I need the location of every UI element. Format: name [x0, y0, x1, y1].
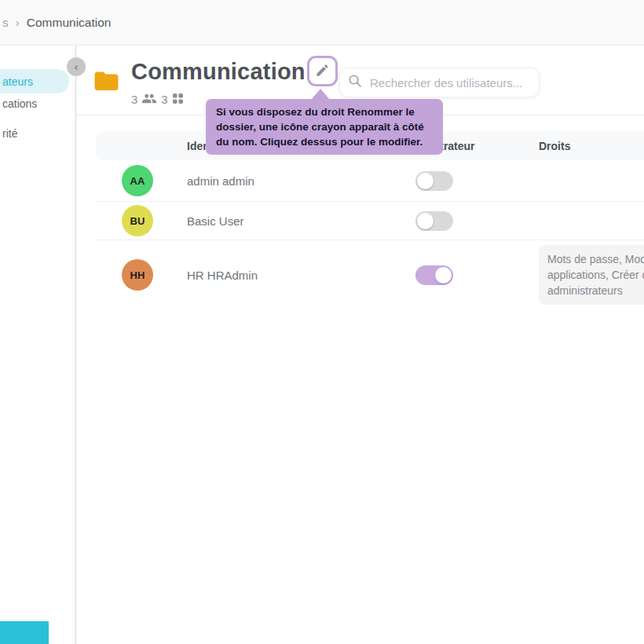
toggle-knob	[435, 267, 452, 284]
rename-folder-button[interactable]	[307, 56, 338, 86]
folder-icon	[93, 70, 119, 96]
users-table: Identifiant Administrateur Droits AA adm…	[96, 131, 644, 309]
search-icon	[348, 74, 362, 91]
rights-chip: Mots de passe, Modapplications, Créer da…	[539, 245, 644, 305]
breadcrumb-separator-icon: ›	[16, 16, 20, 29]
folder-stats: 3 3	[131, 93, 183, 105]
avatar: HH	[122, 259, 153, 291]
avatar: AA	[122, 165, 153, 196]
page-title: Communication	[131, 59, 306, 85]
admin-toggle[interactable]	[415, 171, 453, 191]
table-body: AA admin admin BU Basic User HH HR HR	[96, 160, 644, 309]
main-content: Communication 3 3	[76, 46, 644, 644]
breadcrumb-current: Communication	[27, 16, 112, 30]
chevron-left-icon: ‹	[75, 60, 79, 72]
table-row: HH HR HRAdmin Mots de passe, Modapplicat…	[96, 240, 644, 309]
users-icon	[142, 93, 156, 106]
pencil-icon	[315, 63, 330, 80]
sidebar-item-label: rité	[2, 127, 17, 140]
admin-toggle[interactable]	[415, 265, 453, 285]
toggle-knob	[417, 173, 434, 189]
apps-grid-icon	[173, 93, 183, 106]
sidebar: ateurs cations rité	[0, 46, 76, 644]
tooltip-text: Si vous disposez du droit Renommer le do…	[216, 106, 424, 148]
sidebar-item-users[interactable]: ateurs	[0, 69, 69, 93]
tooltip-arrow-icon	[311, 89, 330, 100]
user-name: admin admin	[187, 174, 397, 188]
user-name: Basic User	[187, 214, 397, 228]
sidebar-item-label: cations	[2, 97, 37, 110]
sidebar-collapse-button[interactable]: ‹	[67, 57, 86, 76]
breadcrumb: s › Communication	[0, 0, 644, 46]
toggle-knob	[417, 213, 434, 229]
table-row: BU Basic User	[96, 202, 644, 240]
member-count: 3	[131, 93, 137, 106]
admin-toggle[interactable]	[415, 211, 453, 231]
sidebar-item-label: ateurs	[2, 75, 33, 88]
breadcrumb-parent-partial[interactable]: s	[2, 16, 9, 30]
sidebar-item-security[interactable]: rité	[0, 127, 17, 140]
column-header-rights: Droits	[472, 140, 644, 152]
app-count: 3	[161, 93, 167, 106]
avatar: BU	[122, 205, 153, 236]
sidebar-bottom-accent	[0, 621, 49, 644]
rename-tooltip: Si vous disposez du droit Renommer le do…	[206, 99, 443, 155]
user-name: HR HRAdmin	[187, 269, 397, 282]
search-input[interactable]	[370, 76, 531, 90]
app-root: s › Communication ateurs cations rité ‹ …	[0, 0, 644, 644]
sidebar-item-applications[interactable]: cations	[0, 97, 37, 110]
search-bar	[339, 68, 540, 97]
table-row: AA admin admin	[96, 160, 644, 202]
